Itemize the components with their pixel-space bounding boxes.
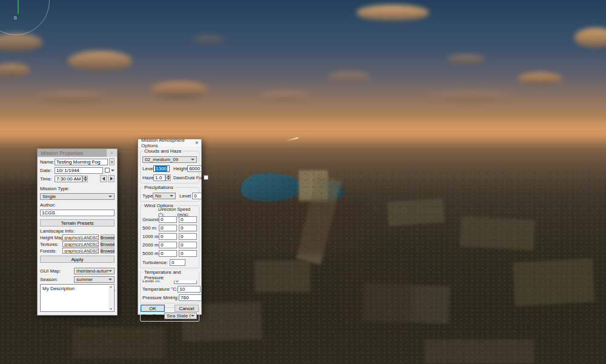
clouds-haze-group: Clouds and Haze 02_medium_09 Level 1300 … bbox=[140, 151, 199, 184]
wind-direction-input[interactable] bbox=[159, 233, 177, 240]
description-scrollbar[interactable] bbox=[108, 285, 113, 311]
time-next-button[interactable] bbox=[108, 175, 115, 182]
arrow-right-icon bbox=[110, 177, 113, 180]
wind-row-label: 500 m: bbox=[142, 225, 159, 231]
sea-state-label: Sea State: bbox=[142, 313, 164, 319]
wind-options-group: Wind Options Direction (°): Speed (m/s):… bbox=[140, 205, 199, 268]
cloud bbox=[259, 91, 310, 101]
textures-label: Textures: bbox=[40, 242, 62, 247]
time-prev-button[interactable] bbox=[100, 175, 107, 182]
temperature-label: Temperature °C: bbox=[142, 286, 178, 292]
precip-type-select[interactable]: No bbox=[153, 193, 176, 199]
mission-type-label: Mission Type: bbox=[40, 186, 70, 191]
temperature-pressure-group-label: Temperature and Pressure bbox=[143, 270, 199, 280]
cloud bbox=[518, 73, 562, 85]
mission-type-select[interactable]: Single bbox=[40, 193, 115, 200]
height-map-input[interactable]: graphics\LANDSCAPE_Rhein bbox=[62, 234, 99, 240]
name-more-button[interactable]: > bbox=[109, 158, 115, 165]
sea-state-select[interactable]: Sea State 0 bbox=[164, 313, 197, 319]
cloud-preset-select[interactable]: 02_medium_09 bbox=[142, 156, 197, 163]
wind-speed-input[interactable] bbox=[179, 242, 197, 248]
date-checkbox[interactable] bbox=[105, 168, 110, 173]
date-picker-toggle[interactable] bbox=[105, 168, 115, 173]
turbulence-label: Turbulence: bbox=[142, 260, 168, 265]
forests-input[interactable]: graphics\LANDSCAPE_Rhein bbox=[62, 248, 99, 254]
cloud bbox=[150, 82, 208, 99]
temperature-input[interactable] bbox=[178, 286, 201, 293]
height-map-label: Height Map: bbox=[40, 235, 62, 240]
name-input[interactable] bbox=[55, 159, 108, 165]
cancel-button[interactable]: Cancel bbox=[175, 305, 199, 312]
textures-browse-button[interactable]: Browse bbox=[101, 241, 115, 247]
author-label: Author: bbox=[40, 202, 56, 208]
wind-direction-input[interactable] bbox=[159, 225, 177, 231]
mission-properties-window[interactable]: Mission Properties ✕ Name: > Date: Time:… bbox=[37, 148, 118, 316]
season-select[interactable]: summer bbox=[74, 276, 115, 283]
chevron-down-icon bbox=[170, 195, 173, 197]
wind-row-label: 5000 m: bbox=[142, 251, 159, 256]
compass-heading-label: 0 bbox=[14, 15, 16, 21]
dawn-dusk-fog-checkbox[interactable] bbox=[204, 175, 208, 180]
wind-direction-input[interactable] bbox=[159, 242, 177, 248]
wind-speed-input[interactable] bbox=[179, 233, 197, 240]
precipitations-group: Precipitations Type No Level bbox=[140, 187, 199, 202]
wind-row: 5000 m: bbox=[142, 250, 197, 257]
spinner-down-icon[interactable] bbox=[82, 179, 88, 182]
landscape-info-label: Landscape Info: bbox=[40, 228, 75, 234]
scroll-down-icon[interactable] bbox=[110, 308, 112, 310]
wind-row-label: Ground: bbox=[142, 217, 159, 222]
temperature-pressure-group: Temperature and Pressure Level m: Temper… bbox=[140, 272, 199, 303]
name-label: Name: bbox=[40, 159, 55, 165]
apply-button[interactable]: Apply bbox=[40, 256, 115, 263]
titlebar[interactable]: Mission Properties ✕ bbox=[38, 149, 117, 157]
pressure-input[interactable] bbox=[179, 294, 202, 301]
textures-input[interactable]: graphics\LANDSCAPE_Rhein bbox=[62, 241, 99, 247]
compass-needle bbox=[18, 0, 19, 14]
wind-speed-input[interactable] bbox=[179, 225, 197, 231]
precip-type-label: Type bbox=[142, 193, 153, 199]
gui-map-select[interactable]: rheinland-autumn bbox=[74, 268, 115, 274]
spinner-down-icon[interactable] bbox=[165, 177, 171, 181]
window-title: Mission Atmosphere Options bbox=[141, 137, 193, 148]
cloud bbox=[356, 5, 429, 21]
chevron-down-icon bbox=[108, 270, 112, 272]
arrow-left-icon bbox=[102, 177, 105, 180]
wind-row-label: 2000 m: bbox=[142, 242, 159, 248]
close-icon[interactable]: ✕ bbox=[193, 139, 201, 147]
time-spinner[interactable] bbox=[82, 176, 88, 182]
forests-label: Forests: bbox=[40, 248, 62, 254]
description-textarea[interactable]: My Description bbox=[40, 284, 115, 312]
wind-speed-input[interactable] bbox=[179, 216, 197, 223]
chevron-down-icon bbox=[111, 170, 115, 171]
wind-direction-input[interactable] bbox=[159, 216, 177, 223]
clouds-haze-group-label: Clouds and Haze bbox=[143, 148, 182, 154]
cloud-height-label: Height bbox=[173, 166, 187, 171]
date-input[interactable] bbox=[55, 167, 103, 174]
haze-spinner[interactable] bbox=[165, 174, 171, 181]
ok-button[interactable]: OK bbox=[141, 305, 165, 312]
wind-direction-input[interactable] bbox=[159, 250, 177, 257]
turbulence-input[interactable] bbox=[170, 259, 185, 266]
wind-speed-input[interactable] bbox=[179, 250, 197, 257]
description-text: My Description bbox=[42, 286, 75, 291]
height-map-browse-button[interactable]: Browse bbox=[101, 234, 115, 240]
cloud bbox=[447, 55, 485, 64]
terrain-presets-button[interactable]: Terrain Presets bbox=[40, 219, 115, 227]
precip-level-input[interactable] bbox=[192, 193, 202, 199]
close-icon[interactable]: ✕ bbox=[107, 149, 117, 157]
cloud-level-input[interactable]: 1300 bbox=[153, 165, 170, 172]
cloud-height-input[interactable] bbox=[187, 165, 202, 172]
forests-browse-button[interactable]: Browse bbox=[101, 248, 115, 254]
precipitations-group-label: Precipitations bbox=[143, 185, 175, 190]
chevron-down-icon bbox=[191, 159, 195, 160]
scroll-up-icon[interactable] bbox=[110, 286, 112, 288]
cloud bbox=[35, 91, 109, 103]
mission-atmosphere-options-window[interactable]: Mission Atmosphere Options ✕ Clouds and … bbox=[138, 139, 202, 315]
haze-input[interactable] bbox=[153, 174, 165, 181]
time-input[interactable] bbox=[55, 176, 82, 182]
chevron-down-icon bbox=[108, 279, 112, 280]
cloud bbox=[327, 71, 371, 82]
author-input[interactable] bbox=[40, 210, 115, 216]
cloud bbox=[193, 35, 224, 44]
titlebar[interactable]: Mission Atmosphere Options ✕ bbox=[138, 139, 201, 147]
